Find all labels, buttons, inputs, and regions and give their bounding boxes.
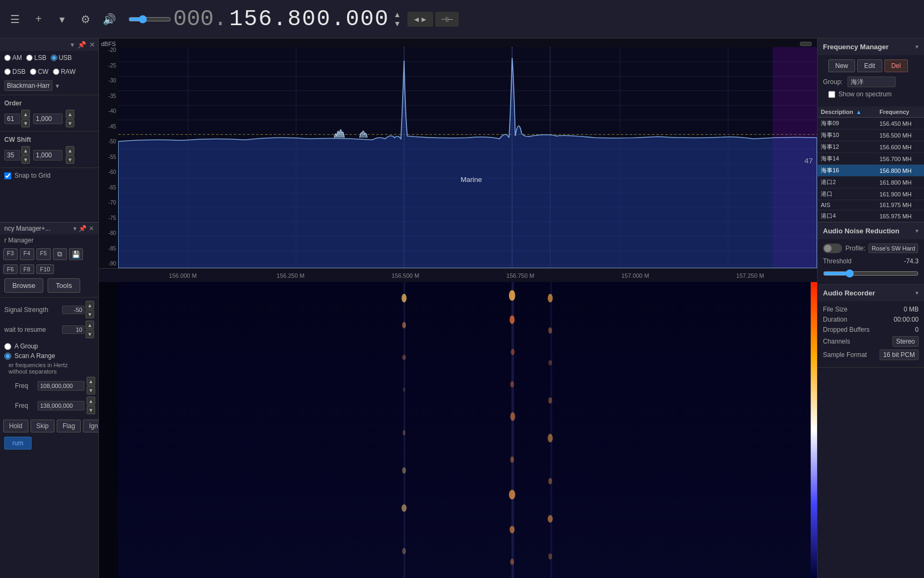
anr-header[interactable]: Audio Noise Reduction ▾ — [818, 223, 924, 239]
scanner-f6[interactable]: F6 — [3, 264, 18, 274]
anr-profile-val[interactable]: Rose's SW Hard — [868, 244, 918, 253]
ar-filesize-row: File Size 0 MB — [823, 306, 919, 313]
mode-usb[interactable]: USB — [51, 54, 72, 62]
snap-checkbox[interactable] — [4, 172, 11, 179]
order-val2[interactable] — [33, 113, 63, 124]
end-freq-down[interactable]: ▼ — [87, 406, 95, 414]
table-row[interactable]: 海事16 156.800 MH — [818, 165, 924, 177]
fm-new-btn[interactable]: New — [828, 59, 855, 72]
scanner-panel-icons: ▾ 📌 ✕ — [73, 225, 94, 232]
table-row[interactable]: 海事10 156.500 MH — [818, 130, 924, 141]
add-icon[interactable]: + — [29, 10, 48, 29]
freq-manager-header[interactable]: Frequency Manager ▾ — [818, 39, 924, 55]
spectrum-svg: 47 — [118, 47, 817, 268]
table-row[interactable]: 海事12 156.600 MH — [818, 141, 924, 153]
volume-icon[interactable]: 🔊 — [99, 10, 119, 29]
fm-del-btn[interactable]: Del — [884, 59, 908, 72]
table-row[interactable]: 港口 161.900 MH — [818, 188, 924, 200]
cw1-up[interactable]: ▲ — [21, 146, 30, 155]
freq-slider[interactable] — [128, 15, 171, 24]
col-frequency[interactable]: Frequency — [876, 107, 924, 118]
table-cell-freq: 161.800 MH — [876, 177, 924, 188]
nav-right-btn[interactable]: ⊣⊢ — [435, 12, 459, 27]
mode-am[interactable]: AM — [4, 54, 22, 62]
col-description[interactable]: Description ▲ — [818, 107, 876, 118]
signal-up[interactable]: ▲ — [86, 301, 94, 309]
nav-left-btn[interactable]: ◄► — [407, 12, 433, 27]
scanner-copy-icon[interactable]: ⧉ — [53, 248, 67, 260]
pin-icon[interactable]: ▾ — [71, 41, 74, 49]
cw2-down[interactable]: ▼ — [66, 155, 74, 164]
hold-btn[interactable]: Hold — [3, 420, 28, 432]
wait-val-input[interactable] — [62, 325, 84, 334]
svg-point-50 — [548, 327, 552, 333]
start-freq-up[interactable]: ▲ — [87, 377, 95, 385]
fm-group-input[interactable] — [848, 77, 896, 87]
fm-edit-btn[interactable]: Edit — [857, 59, 882, 72]
scanner-f4[interactable]: F4 — [20, 248, 34, 260]
order-down[interactable]: ▼ — [21, 119, 30, 127]
scan-range-radio[interactable] — [4, 353, 11, 360]
close-panel-icon[interactable]: ✕ — [89, 41, 95, 49]
cw-val1[interactable] — [4, 150, 20, 161]
menu-icon[interactable]: ☰ — [5, 10, 25, 29]
scanner-f10[interactable]: F10 — [36, 264, 54, 274]
table-row[interactable]: AIS 161.975 MH — [818, 200, 924, 210]
mode-cw[interactable]: CW — [30, 68, 49, 75]
ar-header[interactable]: Audio Recorder ▾ — [818, 285, 924, 301]
cw2-up[interactable]: ▲ — [66, 146, 74, 155]
filter-input[interactable] — [4, 80, 52, 91]
end-freq-input[interactable] — [37, 401, 84, 410]
show-spectrum-checkbox[interactable] — [828, 91, 835, 98]
waterfall-display[interactable] — [99, 282, 817, 578]
scanner-panel-title: ncy Manager+... ▾ 📌 ✕ — [0, 223, 98, 234]
signal-val-input[interactable] — [62, 306, 84, 314]
skip-btn[interactable]: Skip — [30, 420, 55, 432]
mode-raw[interactable]: RAW — [53, 68, 76, 75]
order2-down[interactable]: ▼ — [66, 119, 74, 127]
scan-group-radio[interactable] — [4, 343, 11, 350]
table-row[interactable]: 港口4 165.975 MH — [818, 210, 924, 222]
scanner-collapse-icon[interactable]: ▾ — [73, 225, 76, 232]
flag-btn[interactable]: Flag — [57, 420, 81, 432]
dropdown-icon[interactable]: ▾ — [52, 10, 72, 29]
spectrum-canvas[interactable]: 47 Marine — [118, 47, 817, 268]
start-freq-input[interactable] — [37, 381, 84, 391]
cw1-down[interactable]: ▼ — [21, 155, 30, 164]
mode-dsb[interactable]: DSB — [4, 68, 26, 75]
order-val1[interactable] — [4, 113, 20, 124]
scanner-f8[interactable]: F8 — [20, 264, 34, 274]
order-up[interactable]: ▲ — [21, 110, 30, 118]
mode-lsb[interactable]: LSB — [26, 54, 47, 62]
settings-icon[interactable]: ⚙ — [76, 10, 95, 29]
table-row[interactable]: 海事09 156.450 MH — [818, 118, 924, 130]
filter-dropdown-icon[interactable]: ▾ — [56, 82, 59, 90]
freq-arrows[interactable]: ▲ ▼ — [394, 10, 401, 28]
unpin-icon[interactable]: 📌 — [78, 41, 86, 49]
dbfs-label: dBFS — [101, 41, 116, 47]
freq-main[interactable]: 156.800.000 — [229, 6, 389, 32]
start-freq-label: Freq — [15, 382, 35, 390]
zoom-btn[interactable] — [800, 42, 812, 46]
scanner-f5[interactable]: F5 — [36, 248, 51, 260]
anr-threshold-slider[interactable] — [823, 269, 919, 278]
order2-up[interactable]: ▲ — [66, 110, 74, 118]
spectrum-btn[interactable]: rum — [4, 437, 32, 450]
waterfall-canvas[interactable] — [118, 282, 817, 578]
signal-down[interactable]: ▼ — [86, 310, 94, 318]
scanner-f3[interactable]: F3 — [3, 248, 18, 260]
scanner-pin-icon[interactable]: 📌 — [79, 225, 87, 232]
scanner-save-icon[interactable]: 💾 — [69, 248, 83, 260]
wait-up[interactable]: ▲ — [86, 321, 94, 329]
table-row[interactable]: 海事14 156.700 MH — [818, 153, 924, 165]
scanner-close-icon[interactable]: ✕ — [89, 225, 94, 232]
table-row[interactable]: 港口2 161.800 MH — [818, 177, 924, 188]
start-freq-down[interactable]: ▼ — [87, 386, 95, 394]
wait-down[interactable]: ▼ — [86, 330, 94, 338]
anr-toggle[interactable] — [823, 244, 842, 253]
cw-val2[interactable] — [33, 150, 63, 161]
freq-manager-section: Frequency Manager ▾ New Edit Del Group: … — [818, 39, 924, 223]
browse-btn[interactable]: Browse — [4, 278, 43, 293]
end-freq-up[interactable]: ▲ — [87, 397, 95, 405]
tools-btn[interactable]: Tools — [48, 278, 80, 293]
